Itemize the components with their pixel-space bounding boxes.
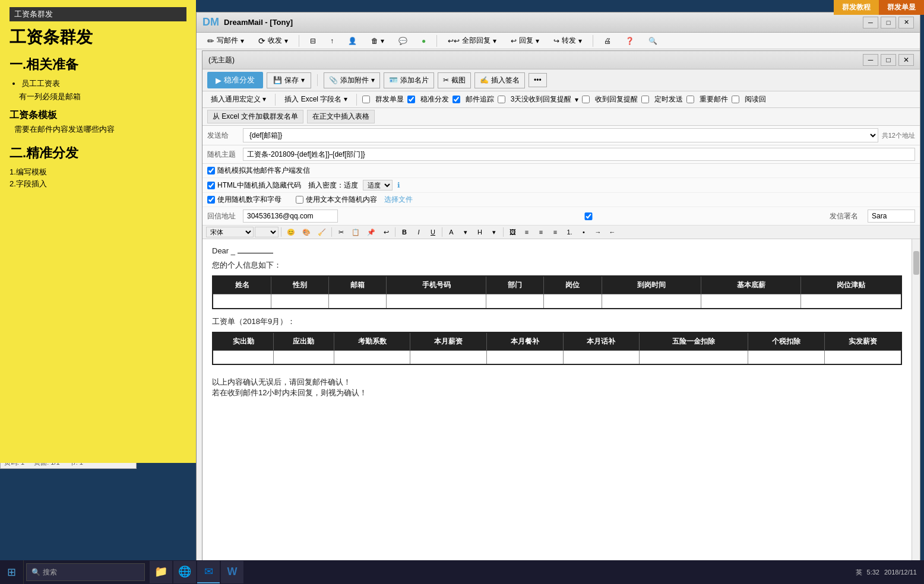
dm-search-btn[interactable]: 🔍 — [643, 35, 663, 47]
dm-print-btn[interactable]: 🖨 — [598, 35, 617, 47]
align-right-btn[interactable]: ≡ — [549, 227, 562, 237]
info-text: 您的个人信息如下： — [212, 261, 281, 269]
simulate-client-chk[interactable] — [207, 167, 215, 174]
cw-toolbar1: ▶ 稳准分发 💾 保存 ▾ 📎 添加附件 ▾ 🪪 添加名片 ✂ 截图 ✍ 插入签… — [202, 69, 920, 91]
dm-write-btn[interactable]: ✏ 写邮件 ▾ — [201, 34, 250, 47]
dm-maximize-btn[interactable]: □ — [881, 17, 896, 28]
sign-name-input[interactable] — [868, 210, 915, 223]
reply-to-input[interactable] — [243, 210, 338, 223]
screenshot-btn[interactable]: ✂ 截图 — [438, 72, 471, 88]
html-random-chk[interactable] — [207, 182, 215, 189]
dm-forward-btn[interactable]: ↪ 转发 ▾ — [548, 34, 588, 47]
font-size-select[interactable] — [255, 227, 279, 237]
random-file-label: 使用文本文件随机内容 — [306, 195, 377, 205]
th-tax: 个税扣除 — [748, 332, 825, 351]
dm-send-indicator-btn[interactable]: ● — [416, 35, 432, 47]
copy-btn[interactable]: 📋 — [349, 227, 363, 237]
taskbar-app-mail[interactable]: ✉ — [197, 561, 220, 583]
dm-receive-btn[interactable]: ⟳ 收发 ▾ — [252, 34, 294, 47]
cw-body[interactable]: Dear _ 您的个人信息如下： 姓名 性别 邮箱 手机号码 部门 岗位 到岗时… — [202, 239, 912, 566]
insert-macro-btn[interactable]: 插入通用宏定义 ▾ — [207, 93, 270, 106]
single-display-btn[interactable]: 群发单显 — [879, 0, 924, 15]
sign-name-chk[interactable] — [347, 212, 830, 220]
send-btn[interactable]: ▶ 稳准分发 — [207, 72, 263, 88]
underline-btn[interactable]: U — [426, 227, 439, 237]
font-color-dropdown[interactable]: ▾ — [459, 227, 472, 237]
dm-help-btn[interactable]: ❓ — [619, 35, 640, 47]
highlight-dropdown[interactable]: ▾ — [488, 227, 501, 237]
eraser-btn[interactable]: 🧹 — [315, 227, 329, 237]
cw-scrollbar[interactable] — [912, 239, 920, 566]
dm-filter-btn[interactable]: ⊟ — [304, 35, 322, 47]
align-left-btn[interactable]: ≡ — [520, 227, 533, 237]
dm-reply-btn[interactable]: ↩ 回复 ▾ — [505, 34, 545, 47]
taskbar: ⊞ 🔍 搜索 📁 🌐 ✉ W 英 5:32 2018/12/11 — [0, 560, 924, 584]
random-file-chk[interactable] — [296, 196, 303, 204]
subject-field-input[interactable] — [243, 148, 915, 161]
signature-btn[interactable]: ✍ 插入签名 — [474, 72, 525, 88]
cw-maximize-btn[interactable]: □ — [881, 54, 896, 66]
cut-btn[interactable]: ✂ — [334, 227, 347, 237]
highlight-btn[interactable]: H — [473, 227, 486, 237]
dm-person-btn[interactable]: 👤 — [342, 35, 363, 47]
insert-table-btn[interactable]: 在正文中插入表格 — [307, 110, 375, 123]
got-reply-chk[interactable] — [582, 96, 590, 103]
dm-minimize-btn[interactable]: ─ — [863, 17, 878, 28]
random-chars-chk[interactable] — [207, 196, 215, 204]
insert-image-btn[interactable]: 🖼 — [506, 227, 519, 237]
font-family-select[interactable]: 宋体 — [206, 227, 254, 237]
group-single-chk[interactable] — [362, 96, 370, 103]
html-random-extra: 插入密度：适度 — [308, 180, 358, 191]
undo-btn[interactable]: ↩ — [379, 227, 393, 237]
precise-send-chk[interactable] — [407, 96, 415, 103]
paste-btn[interactable]: 📌 — [364, 227, 378, 237]
td-should-work — [274, 350, 334, 364]
dm-up-btn[interactable]: ↑ — [324, 35, 340, 47]
more-btn[interactable]: ••• — [529, 73, 547, 87]
dm-reply-all-btn[interactable]: ↩↩ 全部回复 ▾ — [442, 34, 502, 47]
to-field-row: 发送给 {def[邮箱]} 共12个地址 — [202, 126, 920, 145]
to-field-select[interactable]: {def[邮箱]} — [243, 128, 878, 142]
select-file-link[interactable]: 选择文件 — [384, 195, 413, 205]
timed-send-chk[interactable] — [641, 96, 649, 103]
smiley-btn[interactable]: 😊 — [284, 227, 298, 237]
taskbar-app-word[interactable]: W — [221, 561, 243, 583]
receive-icon: ⟳ — [258, 36, 265, 46]
dm-close-btn[interactable]: ✕ — [898, 17, 914, 28]
font-color-btn[interactable]: A — [445, 227, 458, 237]
insert-excel-btn[interactable]: 插入 Excel 字段名 ▾ — [281, 93, 350, 106]
save-btn[interactable]: 💾 保存 ▾ — [267, 72, 311, 88]
simulate-client-row: 随机模拟其他邮件客户端发信 — [202, 164, 920, 178]
body-toolbar-sep3 — [395, 227, 395, 237]
align-center-btn[interactable]: ≡ — [534, 227, 548, 237]
slide-panel: 工资条群发 工资条群发 一.相关准备 员工工资表 有一列必须是邮箱 工资条模板 … — [0, 0, 196, 463]
taskbar-app-edge[interactable]: 🌐 — [173, 561, 196, 583]
list-unordered-btn[interactable]: • — [577, 227, 590, 237]
cw-minimize-btn[interactable]: ─ — [863, 54, 878, 66]
list-ordered-btn[interactable]: 1. — [563, 227, 576, 237]
add-card-btn[interactable]: 🪪 添加名片 — [384, 72, 434, 88]
taskbar-search[interactable]: 🔍 搜索 — [26, 563, 145, 581]
outdent-btn[interactable]: ← — [606, 227, 619, 237]
attach-btn[interactable]: 📎 添加附件 ▾ — [324, 72, 380, 88]
indent-btn[interactable]: → — [591, 227, 605, 237]
start-btn[interactable]: ⊞ — [0, 560, 24, 584]
salary-label: 工资单（2018年9月）： — [212, 317, 295, 326]
italic-btn[interactable]: I — [412, 227, 425, 237]
td-phone — [387, 294, 486, 309]
color-btn[interactable]: 🎨 — [299, 227, 314, 237]
help-icon: ❓ — [625, 37, 634, 45]
reply-reminder-chk[interactable] — [498, 96, 505, 103]
density-select[interactable]: 适度 — [363, 180, 393, 191]
dm-chat-btn[interactable]: 💬 — [393, 35, 413, 47]
dm-delete-btn[interactable]: 🗑 ▾ — [365, 35, 390, 47]
tutorial-btn[interactable]: 群发教程 — [834, 0, 879, 15]
bold-btn[interactable]: B — [398, 227, 411, 237]
mail-track-chk[interactable] — [452, 96, 460, 103]
important-chk[interactable] — [686, 96, 694, 103]
read-receipt-chk[interactable] — [732, 96, 739, 103]
dm-logo: DM — [202, 16, 219, 28]
cw-close-btn[interactable]: ✕ — [898, 54, 914, 66]
load-excel-btn[interactable]: 从 Excel 文件加载群发名单 — [207, 110, 303, 123]
taskbar-app-explorer[interactable]: 📁 — [150, 561, 172, 583]
